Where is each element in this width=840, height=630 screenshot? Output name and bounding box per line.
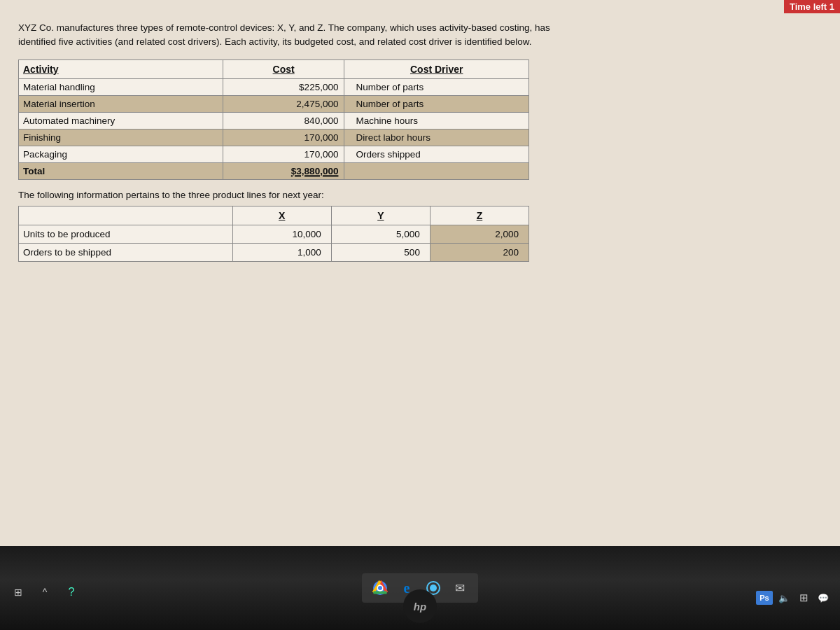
hp-text: hp: [414, 601, 426, 612]
product-y-cell: 5,000: [331, 225, 430, 243]
product-col-header-empty: [19, 206, 233, 225]
activity-table-row: Material insertion2,475,000Number of par…: [19, 95, 529, 112]
cost-driver-cell: Number of parts: [344, 95, 529, 112]
cost-driver-cell: Direct labor hours: [344, 129, 529, 146]
display-icon[interactable]: ⊞: [7, 581, 29, 603]
col-header-cost: Cost: [223, 59, 344, 78]
speaker-icon[interactable]: 🔈: [776, 589, 792, 606]
product-section-text: The following information pertains to th…: [18, 190, 815, 200]
screen: Time left 1 XYZ Co. manufactures three t…: [0, 0, 840, 546]
product-table: X Y Z Units to be produced10,0005,0002,0…: [18, 206, 529, 262]
col-header-activity: Activity: [19, 59, 223, 78]
col-header-cost-driver: Cost Driver: [344, 59, 529, 78]
activity-name-cell: Finishing: [19, 129, 223, 146]
activity-table-row: Material handling$225,000Number of parts: [19, 78, 529, 95]
svg-point-4: [378, 586, 382, 590]
taskbar: ⊞ ^ ? e ✉: [0, 546, 840, 630]
cost-driver-cell: [344, 162, 529, 179]
product-row-label: Orders to be shipped: [19, 243, 233, 261]
activity-table: Activity Cost Cost Driver Material handl…: [18, 59, 529, 180]
activity-name-cell: Material handling: [19, 78, 223, 95]
product-x-cell: 10,000: [232, 225, 331, 243]
cost-driver-cell: Number of parts: [344, 78, 529, 95]
intro-paragraph: XYZ Co. manufactures three types of remo…: [18, 21, 704, 50]
product-col-header-y: Y: [331, 206, 430, 225]
cost-value-cell: 170,000: [223, 146, 344, 162]
cost-value-cell: $225,000: [223, 78, 344, 95]
activity-name-cell: Material insertion: [19, 95, 223, 112]
cost-value-cell: 2,475,000: [223, 95, 344, 112]
bottom-left-icons: ⊞ ^ ?: [7, 581, 83, 603]
product-col-header-x: X: [232, 206, 331, 225]
grid-icon[interactable]: ⊞: [795, 589, 812, 606]
activity-table-row: Total$3,880,000: [19, 162, 529, 179]
activity-name-cell: Automated machinery: [19, 112, 223, 129]
product-x-cell: 1,000: [232, 243, 331, 261]
cost-driver-cell: Machine hours: [344, 112, 529, 129]
cost-driver-cell: Orders shipped: [344, 146, 529, 162]
cost-value-cell: 840,000: [223, 112, 344, 129]
activity-table-row: Packaging170,000Orders shipped: [19, 146, 529, 162]
question-icon[interactable]: ?: [60, 581, 83, 603]
product-y-cell: 500: [331, 243, 430, 261]
product-col-header-z: Z: [430, 206, 528, 225]
svg-point-6: [430, 584, 437, 592]
mail-icon[interactable]: ✉: [449, 577, 471, 599]
activity-table-row: Finishing170,000Direct labor hours: [19, 129, 529, 146]
product-row-label: Units to be produced: [19, 225, 233, 243]
intro-text-line2: identified five activities (and related …: [18, 36, 532, 47]
product-table-row: Orders to be shipped1,000500200: [19, 243, 529, 261]
notification-icon[interactable]: 💬: [815, 589, 832, 606]
caret-icon[interactable]: ^: [34, 581, 56, 603]
main-content: XYZ Co. manufactures three types of remo…: [11, 8, 829, 269]
bottom-right-tray: Ps 🔈 ⊞ 💬: [756, 589, 832, 606]
cost-value-cell: 170,000: [223, 129, 344, 146]
hp-logo: hp: [403, 589, 437, 623]
timer-label: Time left 1: [790, 1, 834, 12]
activity-table-row: Automated machinery840,000Machine hours: [19, 112, 529, 129]
timer-bar: Time left 1: [784, 0, 840, 13]
intro-text-line1: XYZ Co. manufactures three types of remo…: [18, 22, 550, 33]
activity-name-cell: Packaging: [19, 146, 223, 162]
ps-icon[interactable]: Ps: [756, 591, 773, 605]
chrome-icon[interactable]: [369, 577, 391, 599]
cost-value-cell: $3,880,000: [223, 162, 344, 179]
activity-name-cell: Total: [19, 162, 223, 179]
product-z-cell: 200: [430, 243, 528, 261]
product-z-cell: 2,000: [430, 225, 528, 243]
product-table-row: Units to be produced10,0005,0002,000: [19, 225, 529, 243]
